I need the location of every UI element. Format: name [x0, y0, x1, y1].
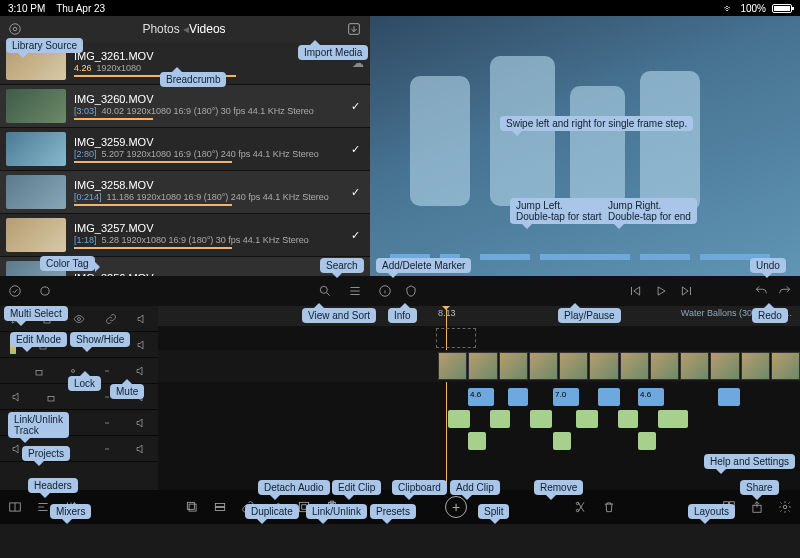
- audio-clip[interactable]: 4.6: [468, 388, 494, 406]
- eye-icon[interactable]: [73, 313, 85, 325]
- remove-icon[interactable]: [602, 500, 616, 514]
- play-icon[interactable]: [654, 284, 668, 298]
- audio-clip[interactable]: [448, 410, 470, 428]
- multiselect-icon[interactable]: [8, 284, 22, 298]
- svg-point-8: [77, 317, 80, 320]
- video-clip[interactable]: [710, 352, 739, 380]
- import-icon[interactable]: [346, 21, 362, 37]
- jump-right-icon[interactable]: [680, 284, 694, 298]
- duplicate-icon[interactable]: [185, 500, 199, 514]
- callout-jump-right: Jump Right. Double-tap for end: [602, 198, 697, 224]
- svg-point-33: [783, 505, 787, 509]
- clip-row[interactable]: IMG_3257.MOV [1:18] 5.28 1920x1080 16:9 …: [0, 214, 370, 257]
- svg-point-4: [41, 287, 49, 295]
- mute-icon[interactable]: [136, 339, 148, 351]
- callout-projects: Projects: [22, 446, 70, 461]
- status-time: 3:10 PM: [8, 3, 45, 14]
- video-clip[interactable]: [499, 352, 528, 380]
- audio-clip[interactable]: [530, 410, 552, 428]
- preview-viewer[interactable]: [370, 16, 800, 276]
- link-icon[interactable]: [105, 313, 117, 325]
- audio-clip[interactable]: [718, 388, 740, 406]
- audio-clip[interactable]: [598, 388, 620, 406]
- audio-clip[interactable]: [658, 410, 688, 428]
- battery-percent: 100%: [740, 3, 766, 14]
- color-tag-icon[interactable]: [38, 284, 52, 298]
- mute-icon[interactable]: [135, 365, 147, 377]
- video-clip[interactable]: [650, 352, 679, 380]
- mute-icon[interactable]: [135, 443, 147, 455]
- audio-clip[interactable]: [468, 432, 486, 450]
- projects-icon[interactable]: [8, 500, 22, 514]
- video-clip[interactable]: [741, 352, 770, 380]
- video-clip[interactable]: [620, 352, 649, 380]
- marker-icon[interactable]: [404, 284, 418, 298]
- video-clip[interactable]: [680, 352, 709, 380]
- callout-headers: Headers: [28, 478, 78, 493]
- callout-split: Split: [478, 504, 509, 519]
- mute-icon[interactable]: [136, 313, 148, 325]
- video-clip[interactable]: [559, 352, 588, 380]
- svg-point-5: [320, 286, 327, 293]
- mute-icon[interactable]: [11, 391, 23, 403]
- audio-clip[interactable]: [490, 410, 510, 428]
- tab-videos[interactable]: Videos: [189, 22, 225, 36]
- audio-clip[interactable]: [618, 410, 638, 428]
- callout-add-clip: Add Clip: [450, 480, 500, 495]
- split-icon[interactable]: [574, 500, 588, 514]
- svg-rect-22: [215, 504, 224, 507]
- video-track[interactable]: [158, 350, 800, 382]
- search-icon[interactable]: [318, 284, 332, 298]
- detach-audio-icon[interactable]: [213, 500, 227, 514]
- video-clip[interactable]: [589, 352, 618, 380]
- tab-photos[interactable]: Photos: [142, 22, 179, 36]
- video-clip[interactable]: [438, 352, 467, 380]
- status-date: Thu Apr 23: [56, 3, 105, 14]
- clip-row[interactable]: IMG_3259.MOV [2:80] 5.207 1920x1080 16:9…: [0, 128, 370, 171]
- clip-thumbnail: [6, 132, 66, 166]
- redo-icon[interactable]: [778, 284, 792, 298]
- clip-row[interactable]: IMG_3258.MOV [0:214] 11.186 1920x1080 16…: [0, 171, 370, 214]
- video-clip[interactable]: [771, 352, 800, 380]
- clip-thumbnail: [6, 89, 66, 123]
- view-sort-icon[interactable]: [348, 284, 362, 298]
- svg-point-0: [10, 24, 21, 35]
- audio-clip[interactable]: [576, 410, 598, 428]
- jump-left-icon[interactable]: [628, 284, 642, 298]
- svg-rect-11: [36, 370, 42, 375]
- check-icon: ✓: [346, 229, 364, 242]
- link-icon[interactable]: [101, 365, 113, 377]
- library-source-icon[interactable]: [8, 22, 22, 36]
- clip-thumbnail: [6, 175, 66, 209]
- audio-clip[interactable]: 7.0: [553, 388, 579, 406]
- audio-clip[interactable]: 4.6: [638, 388, 664, 406]
- mute-icon[interactable]: [135, 417, 147, 429]
- undo-icon[interactable]: [754, 284, 768, 298]
- link-icon[interactable]: [101, 417, 113, 429]
- audio-clip[interactable]: [638, 432, 656, 450]
- lock-icon[interactable]: [45, 391, 57, 403]
- timeline-ruler[interactable]: 8.13 Water Ballons (30 fps) 2:0...: [158, 306, 800, 326]
- callout-undo: Undo: [750, 258, 786, 273]
- settings-icon[interactable]: [778, 500, 792, 514]
- selection-marquee: [436, 328, 476, 348]
- battery-icon: [772, 4, 792, 13]
- video-clip[interactable]: [468, 352, 497, 380]
- audio-clip[interactable]: [553, 432, 571, 450]
- audio-clip[interactable]: [508, 388, 528, 406]
- svg-point-1: [13, 27, 17, 31]
- link-icon[interactable]: [101, 443, 113, 455]
- callout-jump-left: Jump Left. Double-tap for start: [510, 198, 608, 224]
- callout-remove: Remove: [534, 480, 583, 495]
- status-bar: 3:10 PM Thu Apr 23 ᯤ 100%: [0, 0, 800, 16]
- clip-row[interactable]: IMG_3260.MOV [3:03] 40.02 1920x1080 16:9…: [0, 85, 370, 128]
- callout-help-settings: Help and Settings: [704, 454, 795, 469]
- wifi-icon: ᯤ: [724, 3, 734, 14]
- eye-icon[interactable]: [67, 365, 79, 377]
- callout-redo: Redo: [752, 308, 788, 323]
- svg-rect-20: [189, 504, 196, 511]
- info-icon[interactable]: [378, 284, 392, 298]
- lock-icon[interactable]: [33, 365, 45, 377]
- media-tabs[interactable]: Photos ◂Videos: [32, 22, 336, 36]
- video-clip[interactable]: [529, 352, 558, 380]
